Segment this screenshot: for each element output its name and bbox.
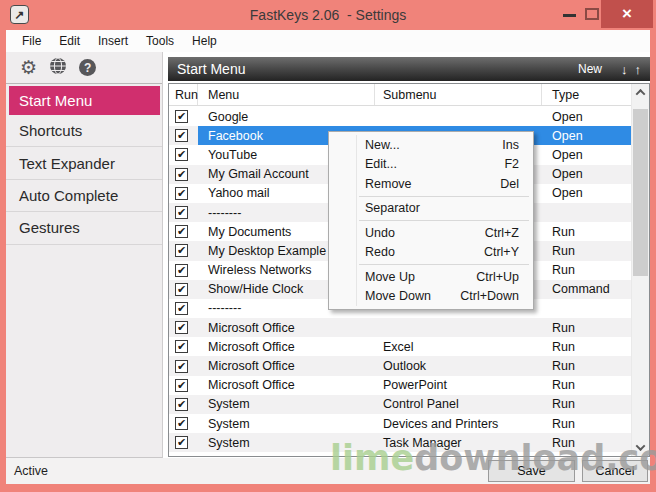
window-title: FastKeys 2.06 - Settings	[0, 0, 656, 30]
language-globe-icon[interactable]	[49, 57, 67, 79]
context-menu-item-move-up[interactable]: Move UpCtrl+Up	[329, 267, 533, 287]
table-row[interactable]: ✔Microsoft OfficePowerPointRun	[169, 376, 631, 395]
context-menu-item-undo[interactable]: UndoCtrl+Z	[329, 223, 533, 243]
menu-edit[interactable]: Edit	[50, 30, 89, 52]
row-checkbox[interactable]: ✔	[175, 148, 188, 161]
row-cells: SystemDevices and PrintersRun	[198, 414, 631, 433]
context-menu-item-new[interactable]: New...Ins	[329, 135, 533, 155]
row-checkbox[interactable]: ✔	[175, 302, 188, 315]
move-down-icon[interactable]: ↓	[621, 62, 628, 77]
cancel-button[interactable]: Cancel	[582, 460, 648, 482]
table-row[interactable]: ✔SystemTask ManagerRun	[169, 433, 631, 452]
help-icon[interactable]: ?	[79, 59, 96, 76]
menu-cell: System	[198, 395, 375, 414]
context-menu-accelerator: F2	[504, 157, 519, 171]
minimize-button[interactable]	[563, 14, 576, 17]
run-cell: ✔	[169, 414, 198, 433]
maximize-button[interactable]	[585, 8, 599, 20]
menu-tools[interactable]: Tools	[137, 30, 183, 52]
menu-insert[interactable]: Insert	[89, 30, 137, 52]
run-cell: ✔	[169, 337, 198, 356]
sidebar-item-shortcuts[interactable]: Shortcuts	[6, 115, 162, 147]
run-cell: ✔	[169, 203, 198, 222]
row-checkbox[interactable]: ✔	[175, 225, 188, 238]
table-row[interactable]: ✔SystemControl PanelRun	[169, 395, 631, 414]
type-cell: Run	[542, 222, 631, 241]
submenu-cell	[375, 107, 542, 126]
row-checkbox[interactable]: ✔	[175, 417, 188, 430]
row-checkbox[interactable]: ✔	[175, 379, 188, 392]
type-cell: Run	[542, 376, 631, 395]
type-cell: Open	[542, 165, 631, 184]
sidebar: ⚙ ? Start MenuShortcutsText ExpanderAuto…	[6, 52, 163, 458]
menu-cell: System	[198, 414, 375, 433]
row-checkbox[interactable]: ✔	[175, 168, 188, 181]
submenu-cell	[375, 318, 542, 337]
context-menu-accelerator: Ctrl+Up	[476, 270, 519, 284]
row-checkbox[interactable]: ✔	[175, 187, 188, 200]
titlebar[interactable]: ↗ FastKeys 2.06 - Settings ×	[0, 0, 656, 30]
row-cells: SystemControl PanelRun	[198, 395, 631, 414]
context-menu-accelerator: Ctrl+Z	[485, 226, 519, 240]
type-cell: Run	[542, 433, 631, 452]
scroll-up-icon[interactable]	[632, 84, 649, 101]
move-up-icon[interactable]: ↑	[635, 62, 642, 77]
context-menu-accelerator: Ctrl+Y	[484, 245, 519, 259]
menu-cell: Microsoft Office	[198, 337, 375, 356]
row-checkbox[interactable]: ✔	[175, 264, 188, 277]
panel-header: Start Menu New ↓ ↑	[168, 57, 650, 81]
save-button[interactable]: Save	[488, 460, 575, 482]
row-checkbox[interactable]: ✔	[175, 321, 188, 334]
sidebar-item-start-menu[interactable]: Start Menu	[9, 86, 160, 115]
table-row[interactable]: ✔SystemDevices and PrintersRun	[169, 414, 631, 433]
type-cell: Run	[542, 337, 631, 356]
menu-cell: Google	[198, 107, 375, 126]
row-checkbox[interactable]: ✔	[175, 398, 188, 411]
scrollbar-thumb[interactable]	[633, 109, 648, 276]
run-cell: ✔	[169, 318, 198, 337]
context-menu-item-remove[interactable]: RemoveDel	[329, 174, 533, 194]
type-cell: Open	[542, 126, 631, 145]
run-cell: ✔	[169, 433, 198, 452]
menu-cell: Microsoft Office	[198, 318, 375, 337]
row-checkbox[interactable]: ✔	[175, 283, 188, 296]
sidebar-item-gestures[interactable]: Gestures	[6, 212, 162, 244]
sidebar-toolbar: ⚙ ?	[6, 52, 162, 84]
close-button[interactable]: ×	[601, 0, 653, 28]
row-cells: SystemTask ManagerRun	[198, 433, 631, 452]
table-row[interactable]: ✔Microsoft OfficeRun	[169, 318, 631, 337]
context-menu-accelerator: Ins	[502, 138, 519, 152]
context-menu-item-move-down[interactable]: Move DownCtrl+Down	[329, 287, 533, 307]
table-row[interactable]: ✔GoogleOpen	[169, 107, 631, 126]
row-checkbox[interactable]: ✔	[175, 129, 188, 142]
row-checkbox[interactable]: ✔	[175, 110, 188, 123]
scroll-down-icon[interactable]	[632, 439, 649, 456]
type-cell: Command	[542, 280, 631, 299]
run-cell: ✔	[169, 241, 198, 260]
context-menu-accelerator: Del	[500, 177, 519, 191]
type-cell	[542, 299, 631, 318]
run-cell: ✔	[169, 107, 198, 126]
table-row[interactable]: ✔Microsoft OfficeExcelRun	[169, 337, 631, 356]
menu-help[interactable]: Help	[183, 30, 226, 52]
new-entry-button[interactable]: New	[578, 62, 602, 76]
row-checkbox[interactable]: ✔	[175, 206, 188, 219]
row-checkbox[interactable]: ✔	[175, 244, 188, 257]
row-checkbox[interactable]: ✔	[175, 436, 188, 449]
table-row[interactable]: ✔Microsoft OfficeOutlookRun	[169, 356, 631, 375]
context-menu-item-edit[interactable]: Edit...F2	[329, 155, 533, 175]
sidebar-item-text-expander[interactable]: Text Expander	[6, 147, 162, 179]
vertical-scrollbar[interactable]	[631, 84, 649, 456]
context-menu-item-redo[interactable]: RedoCtrl+Y	[329, 243, 533, 263]
sidebar-item-auto-complete[interactable]: Auto Complete	[6, 180, 162, 212]
run-cell: ✔	[169, 356, 198, 375]
row-checkbox[interactable]: ✔	[175, 340, 188, 353]
run-cell: ✔	[169, 184, 198, 203]
row-checkbox[interactable]: ✔	[175, 360, 188, 373]
menu-file[interactable]: File	[13, 30, 50, 52]
table-header: RunMenuSubmenuType	[169, 84, 631, 106]
submenu-cell: Excel	[375, 337, 542, 356]
context-menu-gutter	[356, 135, 357, 306]
settings-gear-icon[interactable]: ⚙	[20, 58, 37, 77]
context-menu-item-separator[interactable]: Separator	[329, 199, 533, 219]
